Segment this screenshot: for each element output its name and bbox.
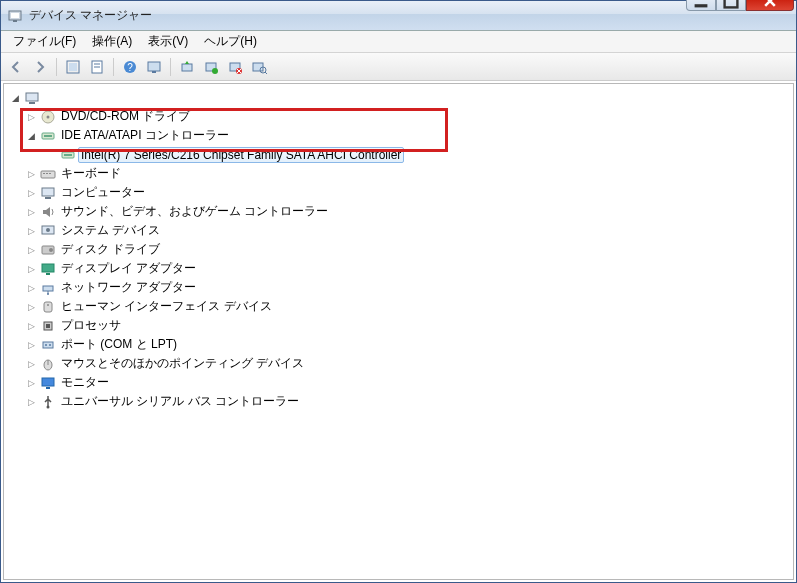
computer-icon [24,90,40,106]
tree-item-label: ディスク ドライブ [58,240,163,259]
svg-point-16 [212,68,218,74]
tree-item-label: システム デバイス [58,221,163,240]
forward-button[interactable] [29,56,51,78]
tree-item[interactable]: ユニバーサル シリアル バス コントローラー [6,392,791,411]
svg-rect-32 [41,171,55,178]
svg-point-27 [47,115,50,118]
titlebar[interactable]: デバイス マネージャー [1,1,796,31]
app-icon [7,8,23,24]
tree-item[interactable]: サウンド、ビデオ、およびゲーム コントローラー [6,202,791,221]
tree-item-label: マウスとそのほかのポインティング デバイス [58,354,307,373]
expander-collapsed-icon[interactable] [24,357,38,371]
svg-point-53 [49,344,51,346]
menu-help[interactable]: ヘルプ(H) [196,31,265,52]
expander-expanded-icon[interactable] [24,129,38,143]
scan-button[interactable] [248,56,270,78]
expander-collapsed-icon[interactable] [24,224,38,238]
update-driver-button[interactable] [176,56,198,78]
tree-item[interactable]: ネットワーク アダプター [6,278,791,297]
tree-item[interactable]: マウスとそのほかのポインティング デバイス [6,354,791,373]
usb-icon [40,394,56,410]
tree-item-label: ディスプレイ アダプター [58,259,199,278]
minimize-button[interactable] [686,0,716,11]
tree-item[interactable]: モニター [6,373,791,392]
svg-rect-25 [29,102,35,104]
svg-rect-13 [152,71,156,73]
svg-rect-42 [42,264,54,272]
properties-button[interactable] [86,56,108,78]
tree-item[interactable]: システム デバイス [6,221,791,240]
menu-view[interactable]: 表示(V) [140,31,196,52]
expander-collapsed-icon[interactable] [24,110,38,124]
disable-button[interactable] [224,56,246,78]
expander-collapsed-icon[interactable] [24,262,38,276]
tree-child-item[interactable]: Intel(R) 7 Series/C216 Chipset Family SA… [6,145,791,164]
svg-rect-57 [46,387,50,389]
tree-root[interactable] [6,88,791,107]
svg-point-58 [47,405,50,408]
svg-rect-37 [45,197,51,199]
tree-item[interactable]: ポート (COM と LPT) [6,335,791,354]
tree-content[interactable]: DVD/CD-ROM ドライブIDE ATA/ATAPI コントローラーInte… [3,83,794,580]
svg-rect-43 [46,273,50,275]
tree-item-label: プロセッサ [58,316,124,335]
toolbar-separator [56,58,57,76]
expander-icon[interactable] [8,91,22,105]
svg-rect-36 [42,188,54,196]
menu-action[interactable]: 操作(A) [84,31,140,52]
tree-item[interactable]: ディスプレイ アダプター [6,259,791,278]
help-button[interactable]: ? [119,56,141,78]
disc-icon [40,109,56,125]
tree-item-label: ポート (COM と LPT) [58,335,180,354]
svg-rect-24 [26,93,38,101]
tree-item[interactable]: キーボード [6,164,791,183]
expander-collapsed-icon[interactable] [24,167,38,181]
tree-child-label: Intel(R) 7 Series/C216 Chipset Family SA… [78,147,404,163]
svg-point-52 [45,344,47,346]
expander-collapsed-icon[interactable] [24,281,38,295]
maximize-button[interactable] [716,0,746,11]
computer-icon [40,185,56,201]
tree-item-label: サウンド、ビデオ、およびゲーム コントローラー [58,202,331,221]
svg-rect-29 [44,135,52,137]
expander-collapsed-icon[interactable] [24,186,38,200]
tree-item-label: モニター [58,373,112,392]
expander-collapsed-icon[interactable] [24,338,38,352]
expander-collapsed-icon[interactable] [24,376,38,390]
show-hidden-button[interactable] [62,56,84,78]
svg-rect-51 [43,342,53,348]
tree-item-label: ヒューマン インターフェイス デバイス [58,297,275,316]
tree-item[interactable]: コンピューター [6,183,791,202]
svg-rect-4 [725,0,738,7]
back-button[interactable] [5,56,27,78]
svg-rect-3 [695,4,708,7]
window-title: デバイス マネージャー [29,7,686,24]
tree-item[interactable]: ヒューマン インターフェイス デバイス [6,297,791,316]
cpu-icon [40,318,56,334]
refresh-button[interactable] [143,56,165,78]
menu-file[interactable]: ファイル(F) [5,31,84,52]
tree-item[interactable]: プロセッサ [6,316,791,335]
svg-rect-34 [46,173,48,174]
expander-collapsed-icon[interactable] [24,243,38,257]
device-manager-window: デバイス マネージャー ファイル(F) 操作(A) 表示(V) ヘルプ(H) ? [0,0,797,583]
window-controls [686,0,794,11]
svg-rect-33 [43,173,45,174]
tree-item[interactable]: ディスク ドライブ [6,240,791,259]
expander-collapsed-icon[interactable] [24,205,38,219]
tree-item[interactable]: IDE ATA/ATAPI コントローラー [6,126,791,145]
close-button[interactable] [746,0,794,11]
display-icon [40,261,56,277]
tree-item-label: キーボード [58,164,124,183]
toolbar-separator [170,58,171,76]
svg-rect-1 [11,13,19,18]
mouse-icon [40,356,56,372]
svg-rect-31 [64,154,72,156]
expander-collapsed-icon[interactable] [24,300,38,314]
disk-icon [40,242,56,258]
tree-item-label: DVD/CD-ROM ドライブ [58,107,193,126]
tree-item[interactable]: DVD/CD-ROM ドライブ [6,107,791,126]
expander-collapsed-icon[interactable] [24,395,38,409]
uninstall-button[interactable] [200,56,222,78]
expander-collapsed-icon[interactable] [24,319,38,333]
